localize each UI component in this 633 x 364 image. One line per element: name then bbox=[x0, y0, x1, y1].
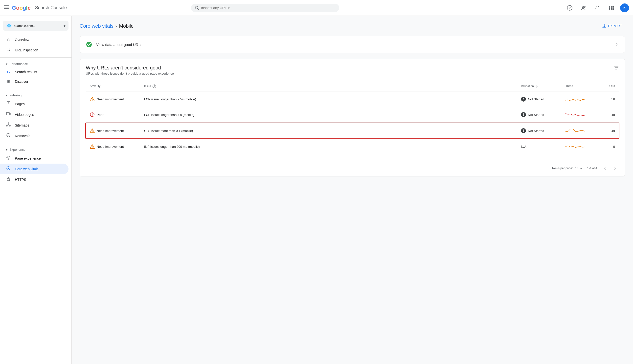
sidebar-item-pages[interactable]: Pages bbox=[0, 98, 69, 109]
sidebar-item-core-web-vitals[interactable]: Core web vitals bbox=[0, 164, 69, 174]
warning-icon bbox=[90, 144, 95, 149]
check-circle-icon bbox=[86, 41, 92, 48]
chevron-down-icon: ▾ bbox=[64, 24, 66, 28]
prev-page-button[interactable] bbox=[601, 164, 609, 172]
table-row[interactable]: Need improvement LCP issue: longer than … bbox=[86, 92, 619, 107]
search-bar[interactable] bbox=[191, 4, 339, 12]
section-experience[interactable]: ▾ Experience bbox=[0, 145, 72, 153]
svg-rect-10 bbox=[611, 6, 612, 7]
bell-icon[interactable] bbox=[592, 3, 602, 13]
apps-icon[interactable] bbox=[606, 3, 616, 13]
trend-sparkline bbox=[565, 111, 585, 118]
sidebar-item-page-experience[interactable]: Page experience bbox=[0, 153, 69, 164]
sidebar-item-https[interactable]: HTTPS bbox=[0, 174, 69, 185]
sidebar-item-overview[interactable]: ⌂ Overview bbox=[0, 34, 69, 45]
sidebar-item-discover[interactable]: ✳ Discover bbox=[0, 76, 69, 87]
table-row-highlighted[interactable]: Need improvement CLS issue: more than 0.… bbox=[85, 122, 619, 139]
issues-card: Why URLs aren't considered good URLs wit… bbox=[80, 59, 625, 176]
chevron-down-icon: ▾ bbox=[6, 148, 8, 152]
trend-sparkline bbox=[565, 96, 585, 103]
table-row[interactable]: Poor LCP issue: longer than 4 s (mobile)… bbox=[86, 107, 619, 122]
severity-cell: Need improvement bbox=[90, 144, 144, 149]
sidebar-item-video-pages[interactable]: Video pages bbox=[0, 109, 69, 120]
validation-label: Not Started bbox=[528, 129, 544, 133]
trend-sparkline bbox=[565, 143, 585, 150]
col-issue: Issue ? bbox=[144, 84, 521, 88]
urls-count: 249 bbox=[595, 113, 615, 117]
sidebar-item-label: URL inspection bbox=[15, 48, 38, 52]
help-icon[interactable]: ? bbox=[565, 3, 575, 13]
app-name: Search Console bbox=[35, 5, 67, 10]
sidebar-item-label: Discover bbox=[15, 80, 28, 84]
table-header: Severity Issue ? Validation Trend URLs bbox=[86, 81, 619, 92]
removals-icon bbox=[6, 133, 11, 139]
breadcrumb-parent[interactable]: Core web vitals bbox=[80, 23, 114, 29]
section-performance[interactable]: ▾ Performance bbox=[0, 60, 72, 67]
svg-text:?: ? bbox=[154, 85, 155, 88]
sidebar-item-removals[interactable]: Removals bbox=[0, 130, 69, 141]
layout: 🌐 example.com.. ▾ ⌂ Overview URL inspect… bbox=[0, 16, 633, 188]
sidebar-item-label: Pages bbox=[15, 102, 25, 106]
col-trend: Trend bbox=[565, 84, 595, 88]
search-input[interactable] bbox=[201, 6, 335, 10]
info-icon[interactable]: ? bbox=[152, 84, 156, 88]
severity-label: Poor bbox=[97, 113, 103, 117]
avatar[interactable]: K bbox=[620, 4, 629, 12]
sort-icon bbox=[535, 84, 539, 88]
severity-cell: Poor bbox=[90, 112, 144, 117]
topbar: G o o g l e Search Console ? K bbox=[0, 0, 633, 16]
next-page-button[interactable] bbox=[611, 164, 619, 172]
breadcrumb: Core web vitals › Mobile EXPORT bbox=[80, 22, 625, 30]
section-label: Performance bbox=[10, 62, 28, 66]
rows-per-page-select[interactable]: 10 bbox=[575, 166, 583, 170]
sidebar-item-url-inspection[interactable]: URL inspection bbox=[0, 45, 69, 55]
validation-label: Not Started bbox=[528, 97, 544, 101]
svg-text:?: ? bbox=[569, 6, 570, 10]
warning-icon bbox=[90, 96, 95, 102]
home-icon: ⌂ bbox=[6, 37, 11, 42]
pagination-range: 1-4 of 4 bbox=[587, 166, 597, 170]
svg-rect-11 bbox=[612, 6, 614, 7]
svg-rect-12 bbox=[609, 8, 610, 9]
sidebar-item-sitemaps[interactable]: Sitemaps bbox=[0, 120, 69, 130]
divider bbox=[0, 143, 72, 143]
sidebar-item-label: Core web vitals bbox=[15, 167, 39, 171]
svg-rect-26 bbox=[8, 122, 9, 124]
col-validation[interactable]: Validation bbox=[521, 84, 565, 88]
chevron-right-icon bbox=[614, 42, 619, 47]
poor-icon bbox=[90, 112, 95, 117]
good-urls-banner[interactable]: View data about good URLs bbox=[80, 36, 625, 53]
people-icon[interactable] bbox=[578, 3, 588, 13]
svg-point-61 bbox=[92, 148, 93, 148]
page-experience-icon bbox=[6, 156, 11, 161]
svg-point-34 bbox=[7, 156, 10, 160]
svg-rect-13 bbox=[611, 8, 612, 9]
table-row[interactable]: Need improvement INP issue: longer than … bbox=[86, 139, 619, 154]
filter-icon[interactable] bbox=[613, 65, 619, 72]
svg-point-52 bbox=[92, 100, 93, 101]
trend-sparkline bbox=[565, 127, 585, 134]
trend-cell bbox=[565, 127, 595, 134]
rows-per-page-value: 10 bbox=[575, 166, 578, 170]
pagination: Rows per page: 10 1-4 of 4 bbox=[80, 160, 625, 176]
validation-cell: ! Not Started bbox=[521, 96, 565, 102]
property-selector[interactable]: 🌐 example.com.. ▾ bbox=[3, 21, 69, 31]
trend-cell bbox=[565, 143, 595, 150]
section-indexing[interactable]: ▾ Indexing bbox=[0, 91, 72, 98]
chevron-down-icon bbox=[579, 166, 583, 170]
main-content: Core web vitals › Mobile EXPORT View dat… bbox=[72, 16, 633, 188]
validation-label: Not Started bbox=[528, 113, 544, 117]
svg-rect-2 bbox=[4, 8, 9, 9]
sidebar-item-search-results[interactable]: G Search results bbox=[0, 67, 69, 76]
export-label: EXPORT bbox=[608, 24, 622, 28]
urls-count: 656 bbox=[595, 97, 615, 101]
chevron-down-icon: ▾ bbox=[6, 62, 8, 66]
good-urls-text: View data about good URLs bbox=[96, 42, 142, 47]
sidebar-item-label: Removals bbox=[15, 134, 30, 138]
trend-cell bbox=[565, 96, 595, 103]
validation-cell: N/A bbox=[521, 145, 565, 148]
hamburger-icon[interactable] bbox=[4, 5, 9, 11]
property-icon: 🌐 bbox=[6, 23, 12, 29]
search-magnify-icon bbox=[6, 47, 11, 53]
export-button[interactable]: EXPORT bbox=[599, 22, 625, 30]
